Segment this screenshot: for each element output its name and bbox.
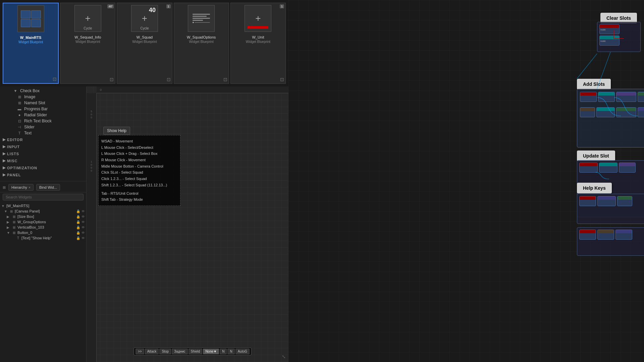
- help-line: Midle Mouse Botton - Camera Control: [101, 163, 177, 170]
- mini-node: [616, 107, 636, 117]
- update-slot-button[interactable]: Update Slot: [577, 150, 615, 161]
- section-misc[interactable]: ▶ MISC: [0, 157, 86, 164]
- section-optimization[interactable]: ▶ OPTIMIZATION: [0, 164, 86, 171]
- vertical-box-icon: ⊞: [12, 226, 16, 229]
- eye-icon[interactable]: 👁: [82, 215, 85, 219]
- plus-icon: +: [85, 13, 91, 24]
- widget-card-name: W_Squad: [137, 35, 153, 39]
- btn-none-dropdown[interactable]: None▼: [203, 349, 219, 354]
- btn-arrows[interactable]: >>: [136, 349, 144, 354]
- btn-n2[interactable]: N: [227, 349, 234, 354]
- search-widgets-input[interactable]: [3, 194, 84, 200]
- widget-card-w-squadoptions[interactable]: ⊡ W_SquadOptions Widget Blueprint: [174, 3, 229, 84]
- widget-card-w-sequad-info[interactable]: 40' + Cycle ⊡ W_Sequad_Info Widget Bluep…: [60, 3, 115, 84]
- widget-card-w-squad[interactable]: 1 40 + Cycle ⊡ W_Squad Widget Blueprint: [117, 3, 172, 84]
- section-lists[interactable]: ▶ LISTS: [0, 150, 86, 157]
- tree-arrow: ▼: [4, 209, 8, 213]
- show-help-button[interactable]: Show Help: [103, 127, 130, 135]
- image-icon: ⊞: [17, 95, 22, 99]
- panel-divider: [0, 181, 86, 181]
- text-node-icon: T: [16, 236, 20, 240]
- palette-item-radial-slider[interactable]: ● Radial Slider: [0, 112, 86, 118]
- mini-node: [579, 230, 596, 240]
- tab-label: Hierarchy: [11, 185, 27, 189]
- palette-list: ▼ Check Box ⊞ Image ⊞ Named Slot ▬ Progr…: [0, 86, 86, 180]
- section-label: EDITOR: [7, 138, 23, 142]
- resize-handle[interactable]: ⤡: [282, 354, 286, 359]
- eye-icon[interactable]: 👁: [82, 220, 85, 224]
- svg-line-2: [577, 54, 597, 79]
- close-icon[interactable]: ×: [29, 186, 31, 189]
- btn-attack[interactable]: Attack: [145, 349, 159, 354]
- slider-icon: ⊣: [17, 125, 22, 129]
- btn-stop[interactable]: Stop: [159, 349, 171, 354]
- widget-card-w-mainrts[interactable]: ⊡ W_MainRTS Widget Blueprint: [3, 3, 59, 84]
- mini-node: node: [599, 24, 620, 34]
- tree-item-button-0[interactable]: ▼ ⊞ Button_0 🔒 👁: [0, 230, 86, 235]
- mini-node: [598, 92, 615, 102]
- tree-item-canvas-panel[interactable]: ▼ ⊞ [Canvas Panel] 🔒 👁: [0, 208, 86, 214]
- hierarchy-header: ⊞ Hierarchy × Bind Wid...: [0, 183, 86, 192]
- section-label: INPUT: [7, 145, 20, 149]
- eye-icon[interactable]: 👁: [82, 209, 85, 213]
- hierarchy-tree: ▼ [W_MainRTS] ▼ ⊞ [Canvas Panel] 🔒 👁 ▶ ⊞…: [0, 202, 86, 242]
- lock-icon[interactable]: 🔒: [76, 226, 80, 229]
- section-editor[interactable]: ▶ EDITOR: [0, 136, 86, 143]
- btn-zadnic[interactable]: Задниc: [172, 349, 188, 354]
- btn-n1[interactable]: N: [220, 349, 227, 354]
- tree-item-verticalbox[interactable]: ▶ ⊞ VerticalBox_103 🔒 👁: [0, 225, 86, 230]
- palette-label: Text: [24, 131, 32, 135]
- blueprint-graph-panel[interactable]: Clear Slots node node Add Slots: [288, 0, 644, 362]
- tab-hierarchy[interactable]: Hierarchy ×: [8, 184, 34, 191]
- help-line: Tab - RTS/Unit Control: [101, 190, 177, 197]
- widget-thumbnail-bar: ⊡ W_MainRTS Widget Blueprint 40' + Cycle…: [0, 0, 288, 86]
- widget-badge: 1: [280, 4, 284, 8]
- tree-label: [Text] "Show Help": [21, 236, 75, 240]
- help-line: R Mouse Click - Movement: [101, 157, 177, 163]
- tree-item-size-box[interactable]: ▶ ⊞ [Size Box] 🔒 👁: [0, 214, 86, 219]
- palette-item-slider[interactable]: ⊣ Slider: [0, 124, 86, 130]
- eye-icon[interactable]: 👁: [82, 226, 85, 229]
- palette-item-checkbox[interactable]: ▼ Check Box: [0, 88, 86, 94]
- lock-icon[interactable]: 🔒: [76, 220, 80, 224]
- widget-card-type: Widget Blueprint: [18, 40, 43, 44]
- palette-item-progress-bar[interactable]: ▬ Progress Bar: [0, 106, 86, 112]
- lock-icon[interactable]: 🔒: [76, 236, 80, 240]
- mini-node: [616, 92, 636, 102]
- help-panel: WSAD - Movement L Mouse Click - Select/D…: [98, 135, 180, 206]
- section-input[interactable]: ▶ INPUT: [0, 143, 86, 150]
- mini-node: node: [599, 36, 620, 46]
- btn-shield[interactable]: Shield: [189, 349, 203, 354]
- tree-item-w-mainrts[interactable]: ▼ [W_MainRTS]: [0, 203, 86, 208]
- section-label: MISC: [7, 159, 18, 163]
- palette-item-named-slot[interactable]: ⊞ Named Slot: [0, 100, 86, 106]
- btn-autog[interactable]: AutoG: [235, 349, 250, 354]
- eye-icon[interactable]: 👁: [82, 231, 85, 235]
- widget-thumbnail: + Cycle: [74, 5, 101, 32]
- lock-icon[interactable]: 🔒: [76, 215, 80, 219]
- widget-card-w-unit[interactable]: 1 + ⊡ W_Unit Widget Blueprint: [230, 3, 286, 84]
- main-canvas[interactable]: 0 500 1000 Show Help WSAD - Movement L M…: [87, 86, 288, 362]
- palette-item-rich-text-block[interactable]: ⊡ Rich Text Block: [0, 118, 86, 124]
- section-arrow: ▶: [3, 159, 6, 163]
- widget-card-name: W_Unit: [252, 35, 264, 39]
- help-keys-button[interactable]: Help Keys: [577, 183, 612, 193]
- palette-item-image[interactable]: ⊞ Image: [0, 94, 86, 100]
- section-label: OPTIMIZATION: [7, 166, 37, 170]
- widget-card-name: W_MainRTS: [20, 36, 42, 40]
- mini-node: [615, 230, 632, 240]
- size-box-icon: ⊞: [12, 215, 16, 219]
- palette-item-text[interactable]: T Text: [0, 130, 86, 136]
- plus-icon: +: [142, 13, 147, 24]
- add-slots-button[interactable]: Add Slots: [577, 79, 611, 89]
- lock-icon[interactable]: 🔒: [76, 231, 80, 235]
- section-panel[interactable]: ▶ PANEL: [0, 171, 86, 178]
- text-icon: T: [17, 131, 22, 135]
- lock-icon[interactable]: 🔒: [76, 209, 80, 213]
- tab-bind-wid[interactable]: Bind Wid...: [36, 184, 60, 191]
- tree-item-w-groupoptions[interactable]: ▶ ⊞ W_GroupOptions 🔒 👁: [0, 219, 86, 225]
- tree-item-text-show-help[interactable]: T [Text] "Show Help" 🔒 👁: [0, 235, 86, 241]
- mini-node: [579, 163, 598, 173]
- help-line: WSAD - Movement: [101, 138, 177, 144]
- eye-icon[interactable]: 👁: [82, 236, 85, 240]
